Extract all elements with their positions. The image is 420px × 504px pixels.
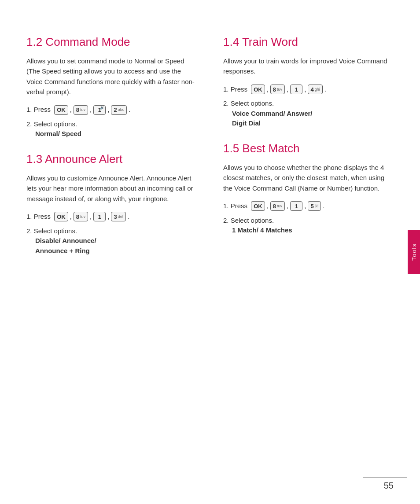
page: 1.2 Command Mode Allows you to set comma… [0, 0, 420, 504]
step-1-label-tw: 1. Press [223, 85, 249, 93]
options-best-match: 1 Match/ 4 Matches [232, 225, 394, 235]
key-ok-aa: OK [54, 212, 68, 221]
section-command-mode: 1.2 Command Mode Allows you to set comma… [26, 35, 197, 139]
options-train-word: Voice Command/ Answer/Digit Dial [232, 109, 394, 129]
key-1-tw: 1 [290, 85, 302, 94]
key-5jkl-bm: 5jkl [308, 201, 321, 211]
two-column-layout: 1.2 Command Mode Allows you to set comma… [26, 35, 394, 478]
key-8tuv: 8tuv [74, 105, 88, 115]
heading-command-mode: 1.2 Command Mode [26, 35, 197, 49]
key-2abc: 2abc [111, 105, 127, 115]
key-8tuv-aa: 8tuv [74, 212, 88, 221]
heading-train-word: 1.4 Train Word [223, 35, 394, 49]
side-tab-label: Tools [411, 243, 417, 261]
key-1: 1🔊 [93, 105, 106, 115]
step-1-announce-alert: 1. Press OK , 8tuv , 1 , 3def . [26, 212, 197, 222]
bottom-divider [363, 477, 407, 478]
key-ok-tw: OK [251, 85, 265, 94]
key-8tuv-bm: 8tuv [270, 201, 285, 211]
step-2-train-word: 2. Select options. Voice Command/ Answer… [223, 99, 394, 129]
step-1-label: 1. Press [26, 106, 52, 113]
options-command-mode: Normal/ Speed [35, 129, 197, 139]
select-label-bm: 2. Select options. [223, 217, 274, 224]
key-1-bm: 1 [290, 201, 302, 211]
side-tab: Tools [408, 230, 420, 274]
key-3def-aa: 3def [111, 212, 126, 221]
select-label-aa: 2. Select options. [26, 227, 77, 235]
keys-train-word-1: OK , 8tuv , 1 , 4ghi . [251, 85, 326, 95]
heading-best-match: 1.5 Best Match [223, 142, 394, 155]
body-train-word: Allows your to train words for improved … [223, 56, 394, 77]
body-command-mode: Allows you to set command mode to Normal… [26, 56, 197, 97]
body-best-match: Allows you to choose whether the phone d… [223, 162, 394, 193]
key-8tuv-tw: 8tuv [270, 85, 285, 94]
select-label-command-mode: 2. Select options. [26, 120, 77, 128]
step-1-best-match: 1. Press OK , 8tuv , 1 , 5jkl . [223, 201, 394, 211]
page-number: 55 [384, 481, 394, 491]
section-best-match: 1.5 Best Match Allows you to choose whet… [223, 142, 394, 235]
step-1-train-word: 1. Press OK , 8tuv , 1 , 4ghi . [223, 85, 394, 95]
step-1-label-aa: 1. Press [26, 213, 52, 220]
section-announce-alert: 1.3 Announce Alert Allows you to customi… [26, 152, 197, 256]
keys-announce-alert-1: OK , 8tuv , 1 , 3def . [54, 212, 129, 222]
step-2-command-mode: 2. Select options. Normal/ Speed [26, 119, 197, 139]
right-column: 1.4 Train Word Allows your to train word… [223, 35, 394, 478]
step-1-label-bm: 1. Press [223, 202, 249, 210]
options-announce-alert: Disable/ Announce/Announce + Ring [35, 236, 197, 256]
section-train-word: 1.4 Train Word Allows your to train word… [223, 35, 394, 129]
key-ok-bm: OK [251, 201, 265, 211]
body-announce-alert: Allows you to customize Announce Alert. … [26, 173, 197, 204]
left-column: 1.2 Command Mode Allows you to set comma… [26, 35, 197, 478]
key-4ghi-tw: 4ghi [308, 85, 322, 94]
step-1-command-mode: 1. Press OK , 8tuv , 1🔊 , 2abc . [26, 105, 197, 115]
step-2-best-match: 2. Select options. 1 Match/ 4 Matches [223, 216, 394, 235]
keys-best-match-1: OK , 8tuv , 1 , 5jkl . [251, 201, 324, 211]
select-label-tw: 2. Select options. [223, 99, 274, 107]
step-2-announce-alert: 2. Select options. Disable/ Announce/Ann… [26, 226, 197, 256]
keys-command-mode-1: OK , 8tuv , 1🔊 , 2abc . [54, 105, 130, 115]
heading-announce-alert: 1.3 Announce Alert [26, 152, 197, 166]
key-1-aa: 1 [93, 212, 106, 221]
key-ok: OK [54, 105, 68, 115]
